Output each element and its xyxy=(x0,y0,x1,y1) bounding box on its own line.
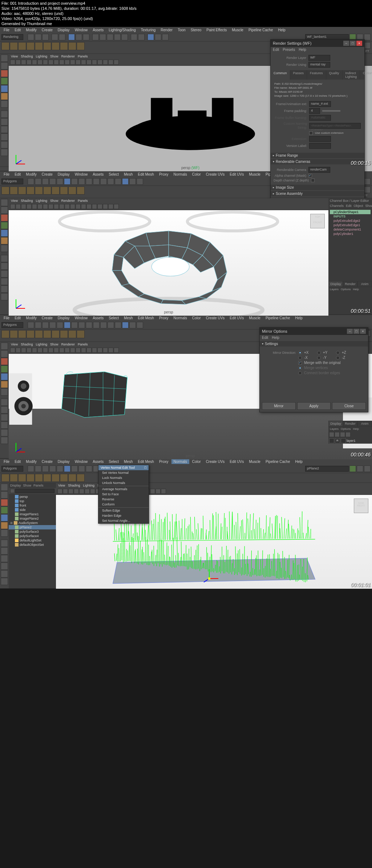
menu-normals[interactable]: Normals xyxy=(171,316,189,320)
vp-tool[interactable] xyxy=(43,204,48,209)
vp-tool[interactable] xyxy=(32,60,37,65)
expand-icon[interactable]: ⊞ xyxy=(10,521,13,525)
menu-normals[interactable]: Normals xyxy=(171,172,189,177)
vp-tool[interactable] xyxy=(54,204,59,209)
shelf-item[interactable] xyxy=(43,42,51,50)
menu-modify[interactable]: Modify xyxy=(24,316,39,320)
outliner-search[interactable] xyxy=(15,489,54,493)
mo-menu-help[interactable]: Help xyxy=(272,336,279,340)
vp-tool[interactable] xyxy=(97,348,102,353)
menu-assets[interactable]: Assets xyxy=(90,316,106,320)
section-scene-assembly[interactable]: Scene Assembly xyxy=(271,191,364,196)
maximize-icon[interactable]: □ xyxy=(350,41,356,46)
toolbar-btn[interactable] xyxy=(71,322,78,328)
cb-tab-object[interactable]: Object xyxy=(354,204,363,208)
shelf-item[interactable] xyxy=(52,330,60,338)
menu-editmesh[interactable]: Edit Mesh xyxy=(136,316,156,320)
shelf-item[interactable] xyxy=(68,42,76,50)
vp-tool[interactable] xyxy=(76,204,81,209)
merge-vertices-radio[interactable] xyxy=(298,366,302,370)
menu-mesh[interactable]: Mesh xyxy=(122,459,135,464)
shelf-item[interactable] xyxy=(1,474,9,482)
shelf-item[interactable] xyxy=(43,330,51,338)
ipr-icon[interactable] xyxy=(155,34,161,40)
use-custom-checkbox[interactable] xyxy=(309,131,313,135)
render-using-dropdown[interactable]: mental ray xyxy=(308,62,330,68)
snap-curve-icon[interactable] xyxy=(100,34,106,40)
shelf-item[interactable] xyxy=(77,474,85,482)
menu-file[interactable]: File xyxy=(1,316,12,320)
move-tool-icon[interactable] xyxy=(1,358,8,365)
shelf-item[interactable] xyxy=(60,330,68,338)
soft-select-icon[interactable] xyxy=(1,388,8,396)
layers-subtab[interactable]: Layers xyxy=(330,288,339,291)
radio-plus-x[interactable] xyxy=(298,351,302,355)
menu-editmesh[interactable]: Edit Mesh xyxy=(136,459,156,464)
shelf-item[interactable] xyxy=(60,474,68,482)
menu-createuvs[interactable]: Create UVs xyxy=(204,459,227,464)
outliner-item-defaultObjectSet[interactable]: defaultObjectSet xyxy=(9,543,56,547)
layout-icon[interactable] xyxy=(1,293,8,300)
vp-tool[interactable] xyxy=(48,60,53,65)
vp-tool[interactable] xyxy=(114,60,119,65)
layer-vis[interactable] xyxy=(329,438,334,443)
menu-harden-edge[interactable]: Harden Edge xyxy=(98,513,149,518)
outliner-item-polySurface3[interactable]: polySurface3 xyxy=(9,529,56,534)
layout-outliner-icon[interactable] xyxy=(1,141,8,148)
shelf-item[interactable] xyxy=(1,187,9,195)
vp-tool[interactable] xyxy=(63,489,68,494)
renderable-cam-dropdown[interactable]: renderCam xyxy=(308,167,330,173)
menu-createuvs[interactable]: Create UVs xyxy=(204,172,227,177)
vp-tool[interactable] xyxy=(10,60,15,65)
toolbar-btn[interactable] xyxy=(71,465,78,472)
layer-btn[interactable] xyxy=(335,432,340,437)
layer-row[interactable]: R layer1 xyxy=(328,438,372,444)
menu-assets[interactable]: Assets xyxy=(90,28,106,32)
menu-texturing[interactable]: Texturing xyxy=(139,28,158,32)
layout-graph-icon[interactable] xyxy=(1,149,8,156)
menu-muscle[interactable]: Muscle xyxy=(247,316,263,320)
layer-type[interactable]: R xyxy=(335,438,340,443)
vp-tool[interactable] xyxy=(59,60,64,65)
shelf-item[interactable] xyxy=(18,474,26,482)
menu-display[interactable]: Display xyxy=(56,459,72,464)
toolbar-btn[interactable] xyxy=(28,465,34,472)
help-subtab[interactable]: Help xyxy=(353,427,359,431)
frame-padding-input[interactable]: 4 xyxy=(309,108,320,114)
outliner-item-polySurface4[interactable]: polySurface4 xyxy=(9,534,56,538)
vp-tool[interactable] xyxy=(86,348,92,353)
shelf-item[interactable] xyxy=(52,474,60,482)
menu-toon[interactable]: Toon xyxy=(175,28,188,32)
tab-quality[interactable]: Quality xyxy=(326,70,343,80)
layout-icon[interactable] xyxy=(1,278,8,285)
new-scene-icon[interactable] xyxy=(28,34,34,40)
menu-window[interactable]: Window xyxy=(73,172,90,177)
input-item[interactable]: polyExtrudeEdge2 xyxy=(330,219,371,223)
maximize-icon[interactable]: □ xyxy=(353,329,359,334)
toolbar-btn[interactable] xyxy=(42,178,49,185)
select-tool-icon[interactable] xyxy=(1,55,8,62)
render-layer-dropdown[interactable]: WF xyxy=(308,55,330,61)
radio-minus-x[interactable] xyxy=(298,356,302,360)
vp-tool[interactable] xyxy=(81,348,86,353)
toolbar-btn[interactable] xyxy=(42,465,49,472)
vp-tool[interactable] xyxy=(21,204,26,209)
sidebar-toggle[interactable] xyxy=(364,178,371,185)
sidebar-toggle[interactable] xyxy=(364,465,371,472)
layout-icon[interactable] xyxy=(1,540,8,547)
scale-tool-icon[interactable] xyxy=(1,229,8,237)
toolbar-btn[interactable] xyxy=(137,322,143,328)
vp-menu-lighting[interactable]: Lighting xyxy=(36,343,47,346)
shelf-item[interactable] xyxy=(43,187,51,195)
render-icon[interactable] xyxy=(147,34,154,40)
toolbar-btn[interactable] xyxy=(115,322,121,328)
merge-original-checkbox[interactable] xyxy=(298,361,302,365)
tab-indirect[interactable]: Indirect Lighting xyxy=(343,70,360,80)
menu-lock-normals[interactable]: Lock Normals xyxy=(98,475,149,480)
vp-tool[interactable] xyxy=(48,204,53,209)
menu-muscle[interactable]: Muscle xyxy=(247,459,263,464)
render-tab[interactable]: Render xyxy=(343,281,357,287)
framebuffer-dropdown[interactable]: Automatic xyxy=(309,115,331,121)
shelf-item[interactable] xyxy=(77,187,85,195)
menu-help[interactable]: Help xyxy=(276,28,288,32)
